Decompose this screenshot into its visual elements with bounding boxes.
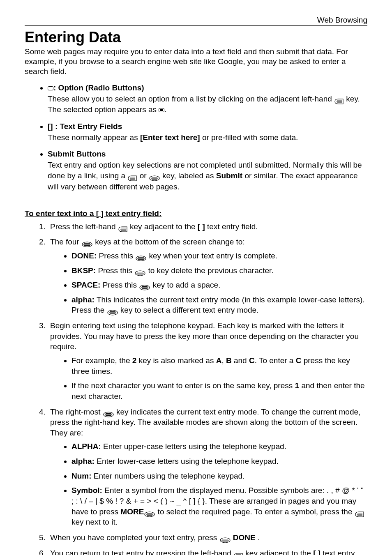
text: [ ] [313, 549, 321, 555]
list-item: alpha: This indicates the current text e… [71, 295, 367, 315]
text: C [296, 356, 302, 365]
list-item: If the next character you want to enter … [71, 380, 367, 401]
text: 2 [132, 356, 137, 365]
list-item: SPACE: Press this key to add a space. [71, 280, 367, 290]
text: to select the required page. To enter a … [155, 507, 354, 516]
text: Symbol: [71, 486, 102, 495]
list-item: The right-most key indicates the current… [48, 407, 367, 527]
text: Enter lower-case letters using the telep… [95, 457, 279, 465]
text: keys at the bottom of the screen change … [93, 237, 245, 246]
text: These normally appear as [48, 133, 140, 142]
list-item: Press the left-hand key adjacent to the … [48, 221, 367, 232]
list-item: : Option (Radio Buttons) These allow you… [48, 83, 367, 115]
intro-paragraph: Some web pages may require you to enter … [25, 47, 367, 76]
textfield-label: [] : Text Entry Fields [48, 122, 122, 131]
key-icon [219, 535, 231, 541]
procedure-steps: Press the left-hand key adjacent to the … [25, 221, 367, 555]
procedure-heading: To enter text into a [ ] text entry fiel… [25, 209, 367, 218]
text: C [249, 356, 255, 365]
text: text entry field. [205, 222, 258, 231]
text: Press the left-hand [50, 222, 118, 231]
text: You can return to text entry by pressing… [50, 549, 233, 555]
text: Submit [216, 171, 242, 180]
text: SPACE: [71, 281, 100, 289]
text: key to add a space. [150, 281, 220, 289]
text: [Enter text here] [140, 133, 200, 142]
text: Begin entering text using the telephone … [50, 321, 359, 351]
text: Num: [71, 472, 92, 480]
text: . [256, 533, 260, 542]
list-item: Num: Enter numbers using the telephone k… [71, 471, 367, 481]
key-icon [127, 173, 137, 179]
text: key, labeled as [160, 171, 216, 180]
key-icon [134, 268, 146, 274]
key-icon [334, 97, 344, 102]
page-title: Entering Data [25, 29, 367, 46]
key-icon [135, 253, 147, 259]
key-icon [139, 283, 150, 288]
text: . [164, 105, 166, 114]
example-list: For example, the 2 key is also marked as… [50, 355, 367, 402]
key-icon [144, 509, 155, 515]
list-item: DONE: Press this key when your text entr… [71, 251, 367, 261]
text: key to select a different text entry mod… [118, 306, 259, 314]
text: , [221, 356, 226, 365]
text: key when your text entry is complete. [147, 251, 277, 260]
text: DONE: [71, 251, 97, 260]
text: or [137, 171, 148, 180]
text: to key delete the previous character. [146, 266, 274, 275]
text: Press this [97, 251, 135, 260]
text: B [226, 356, 232, 365]
text: key adjacent to the [128, 222, 198, 231]
text: Enter upper-case letters using the telep… [101, 442, 286, 451]
text: MORE [120, 507, 144, 516]
header-section: Web Browsing [25, 16, 367, 26]
mode-list: ALPHA: Enter upper-case letters using th… [50, 441, 367, 527]
text: key adjacent to the [243, 549, 313, 555]
list-item: [] : Text Entry Fields These normally ap… [48, 121, 367, 143]
text: 1 [295, 381, 300, 390]
text: These allow you to select an option from… [48, 94, 334, 103]
text: and [232, 356, 249, 365]
list-item: The four keys at the bottom of the scree… [48, 237, 367, 315]
list-item: Submit Buttons Text entry and option key… [48, 149, 367, 192]
radio-label: : Option (Radio Buttons) [53, 83, 144, 92]
list-item: BKSP: Press this to key delete the previ… [71, 265, 367, 276]
text: ALPHA: [71, 442, 101, 451]
list-item: ALPHA: Enter upper-case letters using th… [71, 441, 367, 452]
text: . To enter a [255, 356, 296, 365]
text: Press this [100, 281, 139, 289]
list-item: Begin entering text using the telephone … [48, 320, 367, 401]
text: key is also marked as [136, 356, 216, 365]
key-icon [103, 410, 114, 415]
text: If the next character you want to enter … [71, 381, 295, 390]
key-icon [233, 551, 243, 555]
list-item: Symbol: Enter a symbol from the displaye… [71, 485, 367, 527]
text: Enter numbers using the telephone keypad… [92, 472, 245, 480]
text: Press this [96, 266, 134, 275]
key-icon [355, 509, 364, 515]
key-icon [149, 173, 160, 179]
text: or pre-filled with some data. [200, 133, 298, 142]
radio-empty-icon [48, 86, 53, 90]
list-item: You can return to text entry by pressing… [48, 548, 367, 555]
submit-label: Submit Buttons [48, 150, 106, 158]
list-item: When you have completed your text entry,… [48, 532, 367, 543]
list-item: For example, the 2 key is also marked as… [71, 355, 367, 376]
text: key next to it. [71, 518, 118, 526]
text: [ ] [198, 222, 205, 231]
softkey-list: DONE: Press this key when your text entr… [50, 251, 367, 315]
radio-filled-icon [159, 108, 164, 112]
key-icon [81, 240, 93, 245]
text: The right-most [50, 408, 103, 416]
text: When you have completed your text entry,… [50, 533, 219, 542]
text: DONE [231, 533, 256, 542]
key-icon [107, 308, 118, 313]
text: For example, the [71, 356, 132, 365]
feature-list: : Option (Radio Buttons) These allow you… [25, 83, 367, 198]
text: BKSP: [71, 266, 96, 275]
text: The four [50, 237, 81, 246]
key-icon [118, 224, 128, 230]
list-item: alpha: Enter lower-case letters using th… [71, 456, 367, 467]
text: alpha: [71, 295, 95, 304]
